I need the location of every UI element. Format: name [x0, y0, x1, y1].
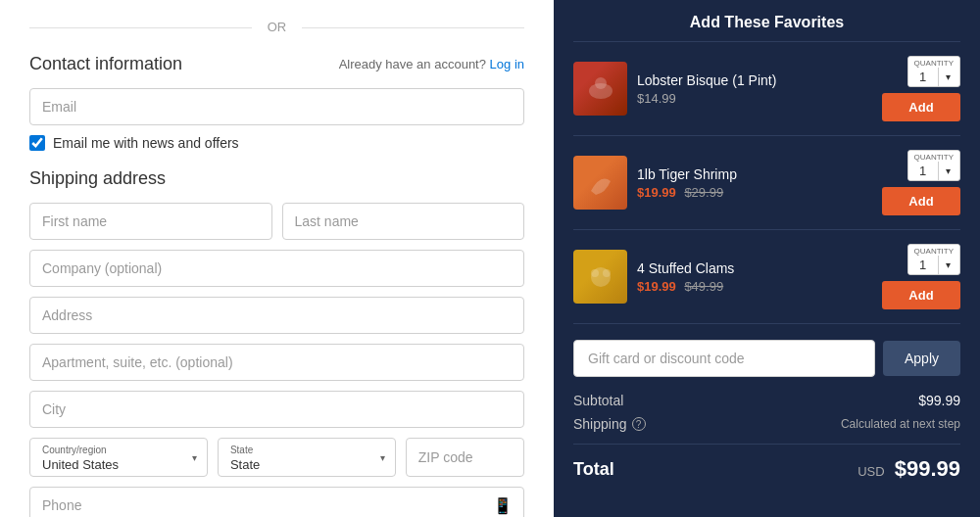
account-text: Already have an account? Log in — [339, 57, 524, 71]
zip-wrapper — [406, 438, 524, 477]
subtotal-row: Subtotal $99.99 — [573, 393, 960, 408]
apply-button[interactable]: Apply — [883, 341, 960, 376]
product-item-shrimp: 1lb Tiger Shrimp $19.99 $29.99 QUANTITY … — [573, 136, 960, 230]
shipping-title: Shipping address — [29, 168, 524, 189]
contact-title: Contact information — [29, 54, 182, 74]
phone-row: 📱 — [29, 487, 524, 517]
subtotal-label: Subtotal — [573, 393, 623, 408]
shipping-row: Shipping ? Calculated at next step — [573, 416, 960, 432]
subtotal-value: $99.99 — [918, 393, 960, 408]
add-button-shrimp[interactable]: Add — [882, 187, 960, 215]
last-name-field[interactable] — [282, 203, 525, 240]
shrimp-sale-price: $19.99 — [637, 185, 676, 200]
left-panel: OR Contact information Already have an a… — [0, 0, 554, 517]
country-label: Country/region — [42, 445, 195, 455]
discount-row: Apply — [573, 340, 960, 377]
shipping-info-icon[interactable]: ? — [632, 417, 646, 431]
product-price-lobster: $14.99 — [637, 91, 872, 106]
newsletter-label: Email me with news and offers — [53, 135, 239, 151]
svg-point-3 — [591, 269, 599, 277]
address-field[interactable] — [29, 297, 524, 334]
product-info-shrimp: 1lb Tiger Shrimp $19.99 $29.99 — [637, 166, 872, 200]
state-select-box[interactable]: State State ▾ — [218, 438, 396, 477]
email-field[interactable] — [29, 88, 524, 125]
apartment-field[interactable] — [29, 344, 524, 381]
product-image-clams — [573, 250, 627, 304]
total-label: Total — [573, 459, 614, 480]
product-name-shrimp: 1lb Tiger Shrimp — [637, 166, 872, 182]
product-image-lobster — [573, 62, 627, 116]
quantity-control-lobster[interactable]: QUANTITY 1 ▾ — [907, 56, 960, 87]
favorites-title: Add These Favorites — [573, 0, 960, 42]
zip-field[interactable] — [406, 438, 524, 477]
quantity-label-lobster: QUANTITY — [908, 57, 959, 68]
quantity-control-shrimp[interactable]: QUANTITY 1 ▾ — [907, 150, 960, 181]
country-select-box[interactable]: Country/region United States ▾ — [29, 438, 208, 477]
state-select[interactable]: State — [230, 457, 383, 472]
quantity-value-clams: 1 — [908, 256, 938, 274]
phone-field[interactable] — [29, 487, 524, 517]
add-button-clams[interactable]: Add — [882, 281, 960, 309]
login-link[interactable]: Log in — [490, 57, 524, 71]
total-currency: USD — [858, 464, 884, 479]
total-amount: $99.99 — [895, 456, 960, 481]
product-item-lobster: Lobster Bisque (1 Pint) $14.99 QUANTITY … — [573, 42, 960, 136]
name-row — [29, 203, 524, 250]
quantity-control-clams[interactable]: QUANTITY 1 ▾ — [907, 244, 960, 275]
svg-point-4 — [603, 269, 611, 277]
contact-header: Contact information Already have an acco… — [29, 54, 524, 74]
product-name-lobster: Lobster Bisque (1 Pint) — [637, 72, 872, 88]
shrimp-original-price: $29.99 — [684, 185, 723, 200]
clams-sale-price: $19.99 — [637, 279, 676, 294]
product-price-clams: $19.99 $49.99 — [637, 279, 872, 294]
quantity-chevron-lobster[interactable]: ▾ — [938, 68, 957, 86]
phone-icon: 📱 — [493, 496, 513, 515]
quantity-chevron-clams[interactable]: ▾ — [938, 256, 957, 274]
product-name-clams: 4 Stuffed Clams — [637, 260, 872, 276]
quantity-chevron-shrimp[interactable]: ▾ — [938, 162, 957, 180]
right-panel: Add These Favorites Lobster Bisque (1 Pi… — [554, 0, 980, 517]
country-region-wrapper: Country/region United States ▾ — [29, 438, 208, 477]
newsletter-row: Email me with news and offers — [29, 135, 524, 151]
product-info-clams: 4 Stuffed Clams $19.99 $49.99 — [637, 260, 872, 294]
svg-point-1 — [595, 77, 607, 89]
total-row: Total USD $99.99 — [573, 444, 960, 482]
or-divider: OR — [29, 20, 524, 34]
quantity-label-clams: QUANTITY — [908, 245, 959, 256]
state-label: State — [230, 445, 383, 455]
address-bottom-row: Country/region United States ▾ State Sta… — [29, 438, 524, 477]
quantity-value-lobster: 1 — [908, 68, 938, 86]
country-select[interactable]: United States — [42, 457, 195, 472]
city-field[interactable] — [29, 391, 524, 428]
company-field[interactable] — [29, 250, 524, 287]
total-value: USD $99.99 — [858, 456, 960, 482]
product-controls-shrimp: QUANTITY 1 ▾ Add — [882, 150, 960, 215]
add-button-lobster[interactable]: Add — [882, 93, 960, 121]
shipping-value: Calculated at next step — [841, 417, 960, 431]
product-price-shrimp: $19.99 $29.99 — [637, 185, 872, 200]
product-image-shrimp — [573, 156, 627, 210]
first-name-field[interactable] — [29, 203, 272, 240]
newsletter-checkbox[interactable] — [29, 135, 45, 151]
quantity-value-shrimp: 1 — [908, 162, 938, 180]
state-wrapper: State State ▾ — [218, 438, 396, 477]
product-info-lobster: Lobster Bisque (1 Pint) $14.99 — [637, 72, 872, 106]
product-controls-lobster: QUANTITY 1 ▾ Add — [882, 56, 960, 121]
product-item-clams: 4 Stuffed Clams $19.99 $49.99 QUANTITY 1… — [573, 230, 960, 324]
clams-original-price: $49.99 — [684, 279, 723, 294]
product-controls-clams: QUANTITY 1 ▾ Add — [882, 244, 960, 309]
quantity-label-shrimp: QUANTITY — [908, 151, 959, 162]
shipping-label: Shipping ? — [573, 416, 646, 432]
lobster-price: $14.99 — [637, 91, 676, 106]
discount-input[interactable] — [573, 340, 875, 377]
